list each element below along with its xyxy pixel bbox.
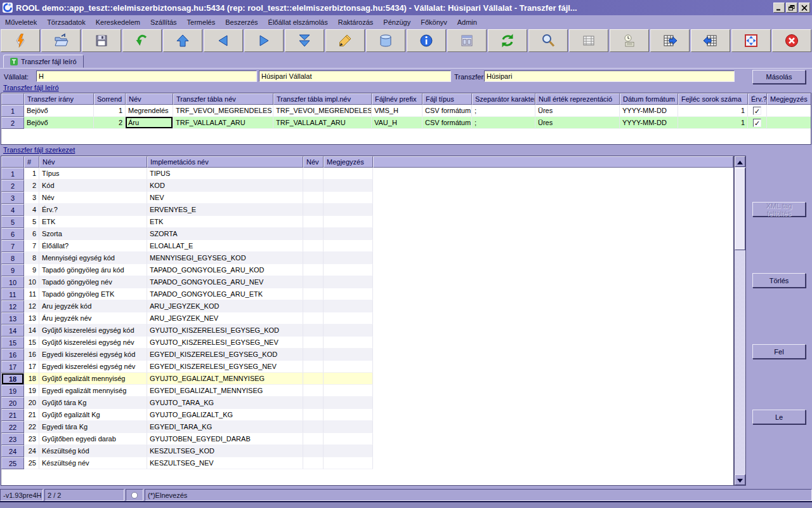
prefix-cell[interactable]: VAU_H [372, 117, 422, 129]
edit-button[interactable] [325, 29, 365, 52]
nullrep-cell[interactable]: Üres [535, 105, 620, 117]
implementacios-nev-cell[interactable]: GYUJTO_EGALIZALT_MENNYISEG [147, 373, 303, 385]
order-cell[interactable]: 12 [24, 300, 39, 312]
order-cell[interactable]: 6 [24, 228, 39, 240]
nev-cell[interactable]: Egyedi kiszerelési egység név [39, 361, 147, 373]
nev2-cell[interactable] [303, 349, 324, 361]
nev-cell[interactable]: Aru jegyzék kód [39, 300, 147, 312]
nev-cell[interactable]: Név [39, 192, 147, 204]
menu-m-veletek[interactable]: Műveletek [0, 17, 42, 28]
implementacios-nev-cell[interactable]: NEV [147, 192, 303, 204]
nev-cell[interactable]: Készültség név [39, 457, 147, 469]
implementacios-nev-cell[interactable]: TIPUS [147, 168, 303, 180]
nev2-cell[interactable] [303, 373, 324, 385]
row-number[interactable]: 25 [1, 457, 24, 469]
grid1-column-header[interactable]: Transzfer irány [24, 93, 94, 105]
menu-f-k-nyv[interactable]: Főkönyv [416, 17, 452, 28]
nev-cell[interactable]: ETK [39, 216, 147, 228]
grid2-column-header[interactable]: Megjegyzés [324, 156, 373, 168]
megjegyzes-cell[interactable] [324, 337, 373, 349]
sorrend-cell[interactable]: 2 [94, 117, 126, 129]
calculator-button[interactable] [610, 29, 649, 52]
erv-cell[interactable]: ✓ [748, 105, 767, 117]
grid-view-button[interactable] [569, 29, 608, 52]
megjegyzes-cell[interactable] [324, 300, 373, 312]
nev2-cell[interactable] [303, 324, 324, 337]
nev2-cell[interactable] [303, 276, 324, 288]
scrollbar-thumb[interactable] [735, 168, 745, 250]
row-number[interactable]: 11 [1, 288, 24, 300]
grid1-column-header[interactable]: Dátum formátum [620, 93, 678, 105]
masolas-button[interactable]: Másolás [752, 70, 806, 84]
last-record-button[interactable] [285, 29, 324, 52]
minimize-button[interactable] [773, 3, 785, 13]
nev2-cell[interactable] [303, 216, 324, 228]
grid2-column-header[interactable]: # [24, 156, 39, 168]
implementacios-nev-cell[interactable]: GYUJTO_KISZERELESI_EGYSEG_KOD [147, 324, 303, 337]
implementacios-nev-cell[interactable]: GYUJTO_EGALIZALT_KG [147, 409, 303, 421]
megjegyzes-cell[interactable] [324, 192, 373, 204]
implementacios-nev-cell[interactable]: ETK [147, 216, 303, 228]
fejlec-cell[interactable]: 1 [678, 117, 748, 129]
datum-cell[interactable]: YYYY-MM-DD [620, 105, 678, 117]
megjegyzes-cell[interactable] [324, 288, 373, 300]
menu-termel-s[interactable]: Termelés [182, 17, 221, 28]
row-number[interactable]: 17 [1, 361, 24, 373]
megjegyzes-cell[interactable] [324, 457, 373, 469]
order-cell[interactable]: 15 [24, 337, 39, 349]
row-number[interactable]: 23 [1, 433, 24, 445]
row-number[interactable]: 15 [1, 337, 24, 349]
nev-cell[interactable]: Kód [39, 180, 147, 192]
megjegyzes-cell[interactable] [324, 168, 373, 180]
nev-cell[interactable]: Megrendelés [126, 105, 173, 117]
scroll-up-button[interactable] [735, 156, 745, 167]
order-cell[interactable]: 18 [24, 373, 39, 385]
grid1-column-header[interactable]: Szeparátor karakter [472, 93, 535, 105]
impl-cell[interactable]: TRF_VALLALAT_ARU [273, 117, 372, 129]
menu--l-llat-elsz-mol-s[interactable]: Élőállat elszámolás [263, 17, 333, 28]
nev-cell[interactable]: Áru [126, 117, 173, 129]
restore-button[interactable] [786, 3, 797, 13]
nev2-cell[interactable] [303, 385, 324, 397]
nev-cell[interactable]: Gyűjtő egalizált mennyiség [39, 373, 147, 385]
next-record-button[interactable] [244, 29, 284, 52]
row-number[interactable]: 20 [1, 397, 24, 409]
nev2-cell[interactable] [303, 445, 324, 457]
grid1-column-header[interactable]: Érv.? [748, 93, 767, 105]
row-number[interactable]: 8 [1, 252, 24, 264]
nev2-cell[interactable] [303, 252, 324, 264]
nev2-cell[interactable] [303, 264, 324, 276]
implementacios-nev-cell[interactable]: MENNYISEGI_EGYSEG_KOD [147, 252, 303, 264]
form-button[interactable] [447, 29, 487, 52]
row-number[interactable]: 1 [1, 168, 24, 180]
implementacios-nev-cell[interactable]: SZORTA [147, 228, 303, 240]
implementacios-nev-cell[interactable]: KESZULTSEG_KOD [147, 445, 303, 457]
grid1-column-header[interactable]: Transzfer tábla impl.név [273, 93, 372, 105]
expand-window-button[interactable] [731, 29, 771, 52]
tabla-cell[interactable]: TRF_VALLALAT_ARU [173, 117, 273, 129]
grid1-column-header[interactable]: Fájl típus [422, 93, 472, 105]
megjegyzes-cell[interactable] [324, 264, 373, 276]
megjegyzes-cell[interactable] [324, 180, 373, 192]
transzfer-input[interactable] [484, 70, 735, 82]
row-number[interactable]: 7 [1, 240, 24, 252]
implementacios-nev-cell[interactable]: GYUJTO_KISZERELESI_EGYSEG_NEV [147, 337, 303, 349]
nev-cell[interactable]: Gyűjtő kiszerelési egység név [39, 337, 147, 349]
nev-cell[interactable]: Készültség kód [39, 445, 147, 457]
grid1-column-header[interactable]: Fejléc sorok száma [678, 93, 748, 105]
menu-p-nz-gy[interactable]: Pénzügy [378, 17, 416, 28]
nev-cell[interactable]: Típus [39, 168, 147, 180]
megjegyzes-cell[interactable] [324, 361, 373, 373]
nev2-cell[interactable] [303, 240, 324, 252]
row-number[interactable]: 24 [1, 445, 24, 457]
megjegyzes-cell[interactable] [324, 312, 373, 324]
nev-cell[interactable]: Áru jegyzék név [39, 312, 147, 324]
nev2-cell[interactable] [303, 204, 324, 216]
nev2-cell[interactable] [303, 457, 324, 469]
megjegyzes-cell[interactable] [324, 409, 373, 421]
row-number[interactable]: 1 [1, 105, 24, 117]
grid2-column-header[interactable]: Név [39, 156, 147, 168]
nev-cell[interactable]: Tapadó göngyöleg áru kód [39, 264, 147, 276]
nev2-cell[interactable] [303, 433, 324, 445]
szeparator-cell[interactable]: ; [472, 117, 535, 129]
